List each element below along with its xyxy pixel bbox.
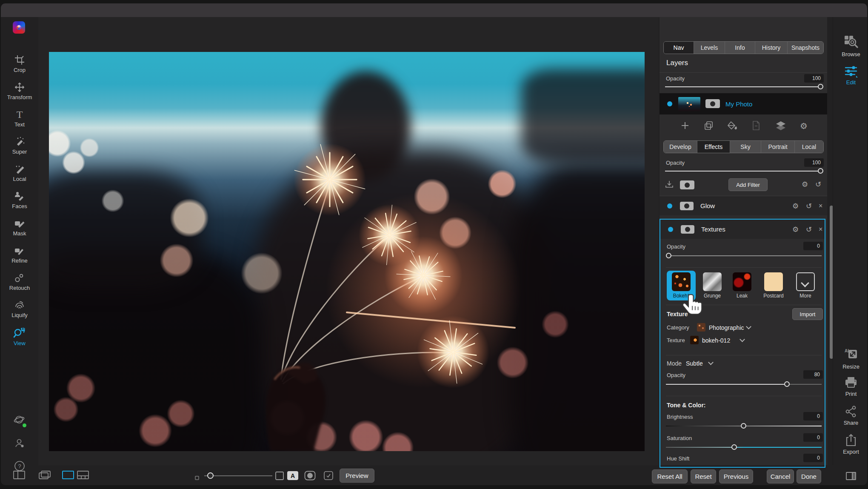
panel-toggle-icon[interactable] (845, 472, 857, 482)
tool-transform[interactable]: Transform (1, 82, 38, 100)
tab-local[interactable]: Local (794, 141, 823, 153)
app-logo-icon[interactable] (13, 21, 25, 34)
preview-button[interactable]: Preview (340, 469, 374, 483)
tool-retouch[interactable]: Retouch (1, 272, 38, 291)
soft-proof-icon[interactable] (323, 471, 334, 482)
rail-browse[interactable]: Browse (833, 34, 868, 57)
tool-local[interactable]: Local (1, 163, 38, 182)
account-icon[interactable] (14, 438, 25, 450)
effects-opacity-value[interactable]: 100 (804, 158, 824, 167)
effects-mask-chip[interactable] (680, 180, 694, 189)
tab-nav[interactable]: Nav (664, 42, 694, 54)
tab-info[interactable]: Info (725, 42, 755, 54)
reset-button[interactable]: Reset (691, 469, 716, 483)
layers-opacity-slider[interactable] (665, 84, 822, 89)
glow-gear-icon[interactable]: ⚙ (792, 203, 799, 210)
done-button[interactable]: Done (797, 469, 821, 483)
texture-dropdown[interactable]: bokeh-012 (702, 337, 744, 344)
layer-visibility-dot[interactable] (667, 101, 672, 106)
hue-shift-value[interactable]: 0 (803, 454, 823, 462)
layer-settings-gear-icon[interactable]: ⚙ (800, 122, 808, 130)
previous-button[interactable]: Previous (719, 469, 753, 483)
glow-mask-chip[interactable] (680, 202, 694, 210)
textures-enabled-dot[interactable] (668, 227, 673, 232)
tool-super[interactable]: Super (1, 136, 38, 155)
rail-export[interactable]: Export (833, 433, 868, 455)
compare-view-icon[interactable] (13, 470, 26, 482)
filter-row-glow[interactable]: Glow ⚙ ↺ × (660, 196, 827, 215)
layer-row[interactable]: My Photo (660, 93, 827, 114)
bokeh-preset-thumbnail (672, 272, 691, 291)
effects-reset-icon[interactable]: ↺ (815, 181, 821, 188)
tool-liquify[interactable]: Liquify (1, 300, 38, 318)
layer-name[interactable]: My Photo (725, 100, 752, 108)
tool-text[interactable]: T Text (1, 109, 38, 128)
window-titlebar[interactable] (1, 3, 867, 17)
saturation-slider[interactable] (666, 444, 822, 450)
layer-stack-icon[interactable] (775, 120, 786, 132)
photo-image[interactable] (49, 52, 645, 451)
glow-enabled-dot[interactable] (667, 203, 672, 209)
duplicate-layer-icon[interactable] (704, 120, 714, 132)
tool-refine[interactable]: Refine (1, 245, 38, 264)
texture-preset-grunge[interactable]: Grunge (698, 272, 727, 299)
brightness-slider[interactable] (666, 423, 822, 429)
sync-status-icon[interactable] (14, 414, 26, 428)
retouch-icon (14, 272, 25, 283)
tab-levels[interactable]: Levels (694, 42, 725, 54)
delete-layer-icon[interactable] (751, 120, 761, 132)
rail-edit[interactable]: Edit (833, 65, 868, 86)
texture-preset-more[interactable]: More (791, 272, 820, 299)
category-dropdown[interactable]: Photographic (709, 324, 751, 331)
tool-crop[interactable]: Crop (1, 54, 38, 73)
fill-bucket-icon[interactable] (727, 120, 738, 132)
rail-print[interactable]: Print (833, 376, 868, 397)
textures-reset-icon[interactable]: ↺ (806, 226, 812, 233)
rail-resize[interactable]: AI Resize (833, 347, 868, 370)
layer-mask-chip[interactable] (705, 99, 720, 108)
add-layer-icon[interactable] (680, 120, 690, 132)
tool-view[interactable]: View (1, 327, 38, 346)
textures-opacity-slider[interactable] (666, 253, 822, 258)
filmstrip-view-icon[interactable] (77, 470, 89, 482)
layer-thumbnail[interactable] (678, 97, 700, 111)
cancel-button[interactable]: Cancel (767, 469, 794, 483)
effects-gear-icon[interactable]: ⚙ (802, 181, 808, 188)
texture-preset-leak[interactable]: Leak (728, 272, 757, 299)
tool-mask[interactable]: Mask (1, 218, 38, 237)
blend-opacity-value[interactable]: 80 (803, 370, 823, 379)
textures-opacity-value[interactable]: 0 (803, 242, 823, 250)
save-preset-icon[interactable] (665, 180, 674, 191)
filter-row-textures[interactable]: Textures ⚙ ↺ × (660, 220, 825, 239)
textures-mask-chip[interactable] (681, 225, 694, 234)
layers-opacity-value[interactable]: 100 (804, 74, 824, 83)
svg-text:AI: AI (845, 349, 849, 353)
textures-close-icon[interactable]: × (819, 226, 822, 233)
tab-history[interactable]: History (755, 42, 787, 54)
tab-develop[interactable]: Develop (664, 141, 697, 153)
reset-all-button[interactable]: Reset All (652, 469, 688, 483)
rail-share[interactable]: Share (833, 405, 868, 426)
tab-sky[interactable]: Sky (730, 141, 761, 153)
glow-close-icon[interactable]: × (819, 203, 822, 209)
blend-opacity-slider[interactable] (666, 381, 822, 387)
texture-preset-postcard[interactable]: Postcard (759, 272, 788, 299)
mask-view-toggle-icon[interactable] (304, 471, 316, 482)
tool-faces[interactable]: Faces (1, 191, 38, 209)
glow-reset-icon[interactable]: ↺ (806, 203, 812, 210)
add-filter-button[interactable]: Add Filter (728, 178, 768, 191)
tab-effects[interactable]: Effects (697, 141, 730, 153)
textures-gear-icon[interactable]: ⚙ (792, 226, 799, 233)
effects-opacity-slider[interactable] (665, 168, 822, 174)
tab-portrait[interactable]: Portrait (761, 141, 794, 153)
saturation-value[interactable]: 0 (803, 433, 823, 442)
preview-zoom-slider[interactable] (204, 473, 272, 478)
dual-window-icon[interactable] (38, 470, 51, 482)
auto-contrast-toggle[interactable]: A (287, 471, 298, 480)
tab-snapshots[interactable]: Snapshots (787, 42, 823, 54)
texture-preset-bokeh[interactable]: Bokeh* (667, 271, 696, 300)
single-view-icon[interactable] (62, 470, 74, 482)
import-button[interactable]: Import (792, 308, 823, 320)
brightness-value[interactable]: 0 (803, 412, 823, 420)
mode-dropdown[interactable]: Subtle (686, 360, 713, 367)
